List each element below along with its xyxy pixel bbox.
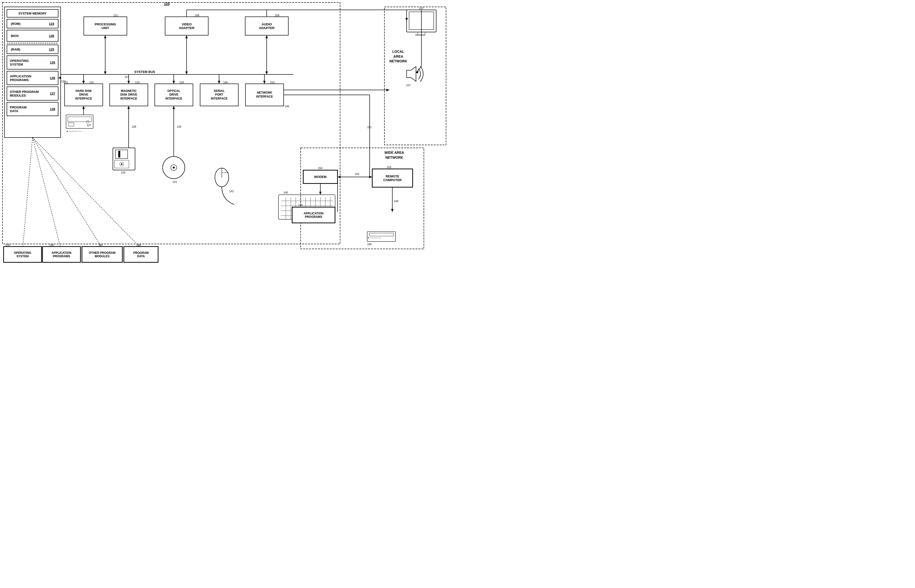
svg-marker-143 (319, 192, 321, 195)
processing-unit-label: PROCESSINGUNIT (84, 17, 127, 35)
svg-point-66 (171, 165, 177, 171)
svg-rect-95 (367, 232, 395, 242)
svg-text:152: 152 (355, 173, 359, 176)
svg-point-67 (173, 166, 175, 168)
wan-label: WIDE AREANETWORK (384, 150, 404, 160)
diagram: SYSTEM BUS 123 (0, 0, 457, 294)
modem-label: MODEM (303, 170, 337, 184)
app-prog-bottom-label: APPLICATIONPROGRAMS (42, 246, 81, 262)
modem-ref: 154 (318, 166, 322, 170)
mag-disk-interface-label: MAGNETICDISK DRIVEINTERFACE (110, 84, 148, 106)
svg-marker-70 (173, 106, 175, 109)
svg-rect-100 (407, 10, 436, 32)
audio-adapter-label: AUDIOADAPTER (245, 17, 288, 35)
other-modules-label: OTHER PROGRAMMODULES 137 (7, 87, 58, 100)
other-prog-bottom-ref: 137 (98, 244, 103, 246)
svg-rect-102 (418, 32, 425, 35)
app-programs-label: APPLICATIONPROGRAMS 136 (7, 71, 58, 85)
svg-rect-57 (118, 151, 120, 157)
svg-text:122: 122 (61, 80, 66, 83)
svg-text:127: 127 (87, 124, 91, 127)
system-memory-title: SYSTEM MEMORY (7, 10, 58, 17)
svg-rect-55 (113, 148, 135, 170)
bios-label: BIOS 126 (7, 30, 58, 41)
remote-computer-ref: 152 (387, 166, 391, 168)
svg-marker-45 (58, 77, 61, 79)
svg-rect-99 (384, 7, 446, 145)
svg-marker-53 (82, 106, 85, 109)
svg-marker-36 (185, 71, 188, 74)
lan-label: LOCALAREANETWORK (389, 49, 407, 64)
svg-marker-31 (263, 81, 266, 84)
svg-marker-29 (218, 81, 220, 84)
video-adapter-ref: 148 (195, 14, 199, 17)
os-bottom-label: OPERATINGSYSTEM (3, 246, 42, 262)
svg-text:● ○○○○○○ ○○: ● ○○○○○○ ○○ (66, 130, 81, 132)
svg-marker-115 (416, 71, 418, 73)
svg-marker-23 (82, 81, 85, 84)
svg-text:122: 122 (64, 81, 68, 84)
svg-text:130: 130 (177, 125, 181, 128)
audio-adapter-ref: 158 (275, 14, 279, 17)
svg-point-60 (121, 163, 123, 165)
prog-data-bottom-label: PROGRAMDATA (124, 246, 158, 262)
svg-line-114 (416, 66, 421, 73)
svg-line-118 (23, 137, 32, 249)
svg-marker-105 (407, 66, 416, 81)
svg-line-120 (32, 137, 103, 249)
app-prog-bottom-ref: 136 (49, 244, 54, 246)
rom-label: (ROM) 124 (7, 19, 58, 28)
svg-point-72 (215, 168, 229, 187)
program-data-label: PROGRAMDATA 138 (7, 102, 58, 116)
svg-text:142: 142 (229, 190, 234, 193)
svg-rect-56 (115, 150, 127, 158)
app-programs-bottom-right-label: APPLICATIONPROGRAMS (292, 207, 335, 223)
svg-text:147: 147 (419, 7, 423, 10)
svg-text:SYSTEM BUS: SYSTEM BUS (134, 70, 155, 74)
svg-marker-40 (265, 35, 268, 38)
os-bottom-ref: 135 (5, 244, 10, 246)
svg-rect-96 (369, 233, 394, 236)
serial-port-interface-label: SERIALPORTINTERFACE (200, 84, 238, 106)
svg-rect-48 (68, 117, 92, 122)
other-prog-bottom-label: OTHER PROGRAMMODULES (82, 246, 123, 262)
os-label: OPERATINGSYSTEM 135 (7, 56, 58, 69)
svg-point-59 (120, 162, 124, 166)
svg-text:123: 123 (124, 76, 129, 78)
svg-point-65 (163, 157, 185, 179)
svg-text:129: 129 (121, 171, 125, 174)
svg-text:● ○○○○○○ ○○: ● ○○○○○○ ○○ (368, 237, 381, 239)
svg-marker-25 (127, 81, 130, 84)
svg-text:157: 157 (406, 84, 411, 87)
optical-drive-interface-label: OPTICALDRIVEINTERFACE (155, 84, 193, 106)
svg-rect-58 (115, 160, 129, 168)
optical-drive-ref: 134 (179, 81, 184, 84)
svg-marker-90 (369, 176, 372, 178)
svg-text:131: 131 (173, 180, 177, 183)
svg-point-49 (87, 121, 89, 123)
svg-rect-81 (301, 148, 424, 249)
svg-rect-50 (68, 123, 74, 126)
svg-text:128: 128 (132, 125, 136, 128)
processing-unit-ref: 121 (113, 14, 118, 17)
serial-port-ref: 146 (223, 81, 228, 84)
svg-marker-63 (127, 106, 130, 109)
svg-rect-101 (409, 12, 434, 29)
ram-label: (RAM) 125 (7, 45, 58, 54)
prog-data-bottom-ref: 138 (136, 244, 141, 246)
svg-marker-110 (405, 18, 408, 21)
network-interface-ref: 153 (270, 81, 274, 84)
svg-text:149: 149 (394, 200, 398, 203)
remote-computer-label: REMOTECOMPUTER (372, 169, 413, 187)
svg-text:140: 140 (283, 191, 288, 194)
svg-marker-37 (185, 35, 188, 38)
hard-disk-interface-label: HARD DISKDRIVEINTERFACE (65, 84, 103, 106)
svg-marker-34 (104, 35, 107, 38)
svg-text:150: 150 (367, 243, 372, 246)
ref-120: 120 (164, 2, 169, 6)
hard-disk-ref: 132 (89, 81, 94, 84)
svg-line-121 (32, 137, 142, 249)
svg-rect-47 (66, 115, 93, 128)
svg-marker-117 (386, 89, 389, 91)
video-adapter-label: VIDEOADAPTER (165, 17, 208, 35)
